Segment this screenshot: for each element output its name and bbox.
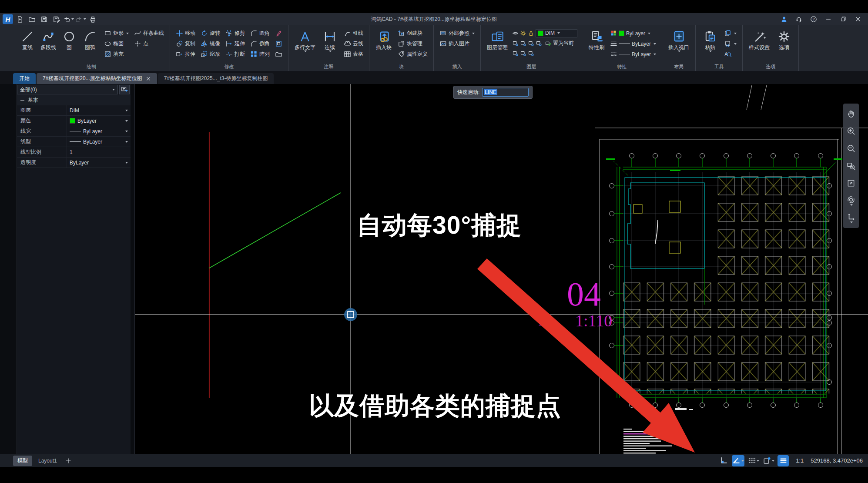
object-linetype-dropdown[interactable]: ByLayer xyxy=(609,50,657,59)
array-button[interactable]: 阵列 xyxy=(249,50,271,59)
fillet-button[interactable]: 圆角 xyxy=(249,29,271,38)
layout-tab-Layout1[interactable]: Layout1 xyxy=(34,456,61,466)
property-value-线宽[interactable]: ByLayer xyxy=(67,126,131,136)
property-value-图层[interactable]: DIM xyxy=(67,105,131,115)
object-lineweight-dropdown[interactable]: ByLayer xyxy=(609,39,657,48)
tab-start[interactable]: 开始 xyxy=(13,73,36,84)
property-value-透明度[interactable]: ByLayer xyxy=(67,158,131,168)
ellipse-button[interactable]: 椭圆 xyxy=(103,39,130,48)
polyline-button[interactable]: 多段线 xyxy=(38,28,58,51)
lineweight-display-toggle[interactable] xyxy=(778,455,789,466)
layer-unisolate-button[interactable] xyxy=(520,50,526,56)
help-button[interactable]: ? xyxy=(807,14,820,24)
zoom-out-button[interactable] xyxy=(845,140,858,157)
copy-clip-button[interactable] xyxy=(723,29,738,38)
quick-select-button[interactable] xyxy=(119,85,130,94)
options-button[interactable]: 选项 xyxy=(774,28,794,51)
spline-button[interactable]: 样条曲线 xyxy=(133,29,165,38)
support-button[interactable] xyxy=(792,14,805,24)
minimize-button[interactable] xyxy=(822,14,835,24)
rectangle-button[interactable]: 矩形 xyxy=(103,29,130,38)
undo-button[interactable] xyxy=(63,14,74,24)
region-button[interactable] xyxy=(274,39,284,48)
rotate-button[interactable]: 旋转 xyxy=(199,29,221,38)
extend-button[interactable]: 延伸 xyxy=(224,39,246,48)
layer-unlock-button[interactable] xyxy=(528,30,534,36)
property-value-线型比例[interactable]: 1 xyxy=(67,147,131,157)
cut-clip-button[interactable] xyxy=(723,39,738,48)
quick-launch-input[interactable]: LINE xyxy=(482,88,529,97)
selection-filter-dropdown[interactable]: 全部(0) xyxy=(17,85,118,94)
paste-button[interactable]: 粘贴 xyxy=(700,28,720,53)
pan-axis-button[interactable] xyxy=(845,210,858,226)
document-tab[interactable]: 7#楼基坑开挖图20...原坐标粘贴坐标定位图 xyxy=(37,73,157,84)
object-color-dropdown[interactable]: ByLayer xyxy=(609,29,657,38)
close-button[interactable] xyxy=(851,14,865,24)
current-layer-dropdown[interactable]: DIM xyxy=(536,29,577,37)
copy-button[interactable]: 复制 xyxy=(174,39,197,48)
insert-block-button[interactable]: 插入块 xyxy=(374,28,394,51)
snap-mode-toggle[interactable] xyxy=(762,455,775,466)
new-file-button[interactable] xyxy=(14,14,25,24)
leader-button[interactable]: 引线 xyxy=(342,29,365,38)
close-tab-icon[interactable] xyxy=(146,76,151,81)
layout-tab-模型[interactable]: 模型 xyxy=(13,456,32,466)
circle-button[interactable]: 圆 xyxy=(59,28,79,51)
revision-cloud-button[interactable]: 云线 xyxy=(342,39,365,48)
orbit-button[interactable] xyxy=(845,192,858,209)
arc-button[interactable]: 圆弧 xyxy=(80,28,100,51)
insert-image-button[interactable]: 插入图片 xyxy=(438,39,476,48)
print-button[interactable] xyxy=(87,14,98,24)
trim-button[interactable]: 修剪 xyxy=(224,29,246,38)
insert-viewport-button[interactable]: 插入视口 xyxy=(667,28,691,53)
property-value-线型[interactable]: ByLayer xyxy=(67,137,131,147)
pan-button[interactable] xyxy=(845,105,858,122)
account-button[interactable] xyxy=(778,14,791,24)
app-logo-icon[interactable]: H xyxy=(3,14,13,24)
hatch-button[interactable]: 填充 xyxy=(103,50,130,59)
zoom-window-button[interactable] xyxy=(845,158,858,174)
break-button[interactable]: 打断 xyxy=(224,50,246,59)
layer-merge-button[interactable] xyxy=(528,50,534,56)
stretch-button[interactable]: 拉伸 xyxy=(174,50,197,59)
move-button[interactable]: 移动 xyxy=(174,29,197,38)
polar-tracking-toggle[interactable] xyxy=(732,455,744,466)
create-block-button[interactable]: 创建块 xyxy=(396,29,429,38)
mtext-button[interactable]: 多行文字 xyxy=(293,28,317,53)
layer-walk-button[interactable] xyxy=(536,40,542,46)
zoom-in-button[interactable] xyxy=(845,123,858,139)
section-header-basic[interactable]: 基本 xyxy=(17,95,131,105)
drawing-canvas[interactable]: 04 A0 1:110 xyxy=(135,84,868,454)
style-settings-button[interactable]: 样式设置 xyxy=(747,28,771,51)
mirror-button[interactable]: 镜像 xyxy=(199,39,221,48)
match-properties-button[interactable]: 特性刷 xyxy=(586,28,607,51)
layer-lock-button[interactable] xyxy=(528,40,534,46)
object-snap-toggle[interactable] xyxy=(747,455,760,466)
ortho-toggle[interactable] xyxy=(718,455,729,466)
layer-manager-button[interactable]: 图层管理 xyxy=(485,28,509,51)
property-value-颜色[interactable]: ByLayer xyxy=(67,116,131,126)
block-manager-button[interactable]: 块管理 xyxy=(396,39,429,48)
group-button[interactable] xyxy=(274,50,284,59)
redo-button[interactable] xyxy=(75,14,86,24)
point-button[interactable]: 点 xyxy=(133,39,165,48)
open-file-button[interactable] xyxy=(26,14,37,24)
layer-brightness-button[interactable] xyxy=(520,30,526,36)
sketch-button[interactable] xyxy=(274,29,284,38)
layer-freeze-button[interactable] xyxy=(520,40,526,46)
layer-visibility-button[interactable] xyxy=(512,30,519,36)
zoom-extents-button[interactable] xyxy=(845,175,858,191)
line-button[interactable]: 直线 xyxy=(17,28,37,51)
save-as-button[interactable] xyxy=(50,14,62,24)
layer-off-button[interactable] xyxy=(512,40,519,46)
save-button[interactable] xyxy=(38,14,50,24)
set-current-layer-button[interactable]: 置为当前 xyxy=(543,39,575,48)
attribute-define-button[interactable]: 属性定义 xyxy=(396,50,429,59)
new-layout-button[interactable] xyxy=(63,456,74,466)
scale-button[interactable]: 缩放 xyxy=(199,50,221,59)
table-button[interactable]: 表格 xyxy=(342,50,365,59)
chamfer-button[interactable]: 倒角 xyxy=(249,39,271,48)
match-text-button[interactable]: A xyxy=(723,50,738,59)
restore-button[interactable] xyxy=(837,14,850,24)
external-reference-button[interactable]: 外部参照 xyxy=(438,29,476,38)
